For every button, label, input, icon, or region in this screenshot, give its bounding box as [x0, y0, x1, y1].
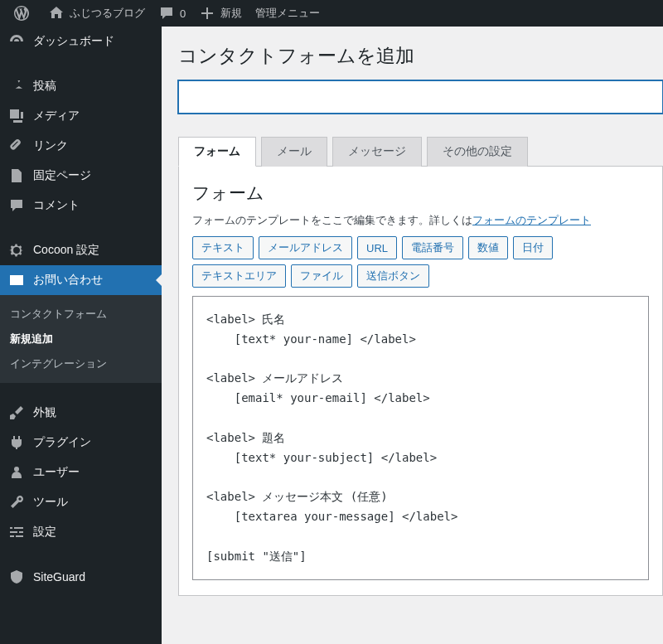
- plugin-icon: [8, 434, 25, 451]
- menu-label: リンク: [33, 138, 68, 153]
- tag-text-button[interactable]: テキスト: [192, 236, 254, 259]
- user-icon: [8, 464, 25, 481]
- tag-textarea-button[interactable]: テキストエリア: [192, 264, 286, 288]
- menu-label: 固定ページ: [33, 168, 91, 183]
- tag-url-button[interactable]: URL: [357, 236, 397, 259]
- menu-dashboard[interactable]: ダッシュボード: [0, 27, 162, 56]
- comments-link[interactable]: 0: [152, 0, 192, 27]
- menu-label: Cocoon 設定: [33, 243, 99, 258]
- menu-label: 設定: [33, 525, 56, 540]
- panel-heading: フォーム: [192, 182, 649, 205]
- legend-text: フォームのテンプレートをここで編集できます。詳しくは: [192, 214, 472, 226]
- wrench-icon: [8, 494, 25, 511]
- tab-form[interactable]: フォーム: [178, 137, 256, 167]
- form-title-input[interactable]: [178, 80, 663, 114]
- page-icon: [8, 167, 25, 184]
- submenu-contact-forms[interactable]: コンタクトフォーム: [0, 302, 162, 327]
- tab-messages[interactable]: メッセージ: [332, 137, 422, 167]
- comment-count: 0: [180, 7, 186, 20]
- gear-icon: [8, 242, 25, 259]
- tag-submit-button[interactable]: 送信ボタン: [357, 264, 429, 288]
- menu-tools[interactable]: ツール: [0, 487, 162, 517]
- site-home[interactable]: ふじつるブログ: [41, 0, 152, 27]
- link-icon: [8, 138, 25, 154]
- comment-icon: [158, 5, 175, 22]
- menu-pages[interactable]: 固定ページ: [0, 161, 162, 191]
- menu-siteguard[interactable]: SiteGuard: [0, 562, 162, 592]
- menu-users[interactable]: ユーザー: [0, 458, 162, 487]
- new-content[interactable]: 新規: [192, 0, 249, 27]
- tag-date-button[interactable]: 日付: [513, 236, 553, 259]
- tag-tel-button[interactable]: 電話番号: [402, 236, 463, 259]
- admin-toolbar: ふじつるブログ 0 新規 管理メニュー: [0, 0, 663, 27]
- menu-cocoon[interactable]: Cocoon 設定: [0, 235, 162, 265]
- menu-plugins[interactable]: プラグイン: [0, 428, 162, 458]
- pin-icon: [8, 78, 25, 94]
- form-panel: フォーム フォームのテンプレートをここで編集できます。詳しくはフォームのテンプレ…: [178, 167, 663, 596]
- menu-label: メディア: [33, 109, 80, 123]
- wp-logo[interactable]: [7, 0, 41, 27]
- mail-icon: [8, 272, 25, 288]
- main-content: コンタクトフォームを追加 フォーム メール メッセージ その他の設定 フォーム …: [162, 27, 663, 644]
- admin-menu-link[interactable]: 管理メニュー: [249, 0, 327, 27]
- menu-posts[interactable]: 投稿: [0, 71, 162, 101]
- tab-other[interactable]: その他の設定: [427, 137, 528, 167]
- menu-label: 投稿: [33, 79, 56, 94]
- panel-legend: フォームのテンプレートをここで編集できます。詳しくはフォームのテンプレート: [192, 213, 649, 228]
- menu-links[interactable]: リンク: [0, 131, 162, 161]
- menu-label: ツール: [33, 495, 68, 510]
- home-icon: [48, 5, 65, 22]
- menu-label: コメント: [33, 198, 80, 213]
- tag-file-button[interactable]: ファイル: [291, 264, 352, 288]
- submenu-contact-integration[interactable]: インテグレーション: [0, 351, 162, 376]
- menu-comments[interactable]: コメント: [0, 191, 162, 220]
- form-template-editor[interactable]: <label> 氏名 [text* your-name] </label> <l…: [192, 296, 649, 580]
- submenu-contact: コンタクトフォーム 新規追加 インテグレーション: [0, 295, 162, 383]
- tag-generator-buttons: テキスト メールアドレス URL 電話番号 数値 日付 テキストエリア ファイル…: [192, 236, 649, 288]
- menu-label: プラグイン: [33, 435, 91, 450]
- site-name: ふじつるブログ: [70, 6, 145, 21]
- dashboard-icon: [8, 33, 25, 50]
- new-label: 新規: [220, 6, 242, 21]
- plus-icon: [199, 5, 215, 22]
- admin-menu-label: 管理メニュー: [255, 6, 320, 21]
- tab-list: フォーム メール メッセージ その他の設定: [178, 137, 663, 167]
- menu-appearance[interactable]: 外観: [0, 398, 162, 428]
- brush-icon: [8, 404, 25, 421]
- sliders-icon: [8, 524, 25, 540]
- tab-mail[interactable]: メール: [261, 137, 327, 167]
- media-icon: [8, 108, 25, 124]
- submenu-contact-add[interactable]: 新規追加: [0, 327, 162, 351]
- tag-number-button[interactable]: 数値: [468, 236, 508, 259]
- shield-icon: [8, 569, 25, 585]
- menu-contact[interactable]: お問い合わせ: [0, 265, 162, 295]
- menu-settings[interactable]: 設定: [0, 517, 162, 547]
- menu-label: 外観: [33, 405, 56, 420]
- admin-sidebar: ダッシュボード 投稿 メディア リンク 固定ページ コメント Cocoon 設定…: [0, 27, 162, 644]
- menu-label: SiteGuard: [33, 570, 85, 583]
- template-doc-link[interactable]: フォームのテンプレート: [472, 214, 591, 226]
- comment-icon: [8, 197, 25, 214]
- wordpress-icon: [13, 5, 30, 22]
- tag-email-button[interactable]: メールアドレス: [259, 236, 352, 259]
- page-title: コンタクトフォームを追加: [178, 43, 663, 69]
- menu-label: お問い合わせ: [33, 273, 103, 288]
- menu-label: ユーザー: [33, 465, 80, 480]
- menu-media[interactable]: メディア: [0, 101, 162, 131]
- menu-label: ダッシュボード: [33, 34, 114, 49]
